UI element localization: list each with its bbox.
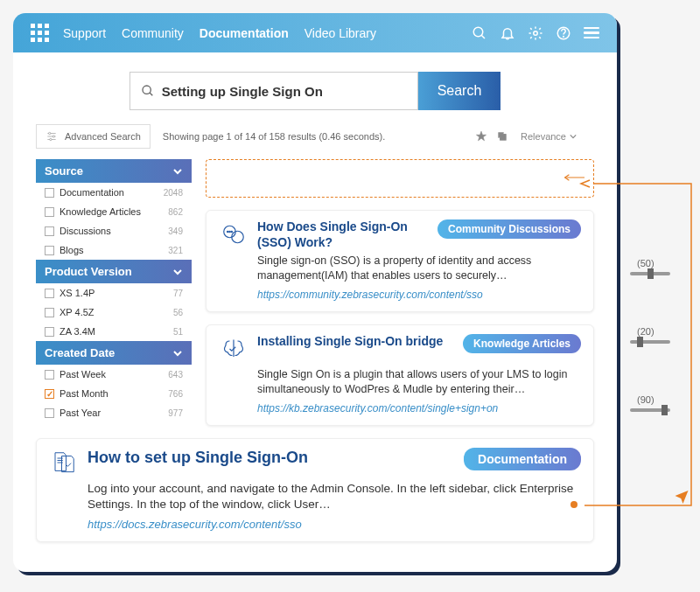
connector-dot [570, 501, 578, 508]
sort-dropdown[interactable]: Relevance [521, 131, 577, 142]
facet-header[interactable]: Created Date [36, 341, 192, 365]
docs-icon [49, 448, 79, 477]
facet-count: 2048 [164, 188, 183, 198]
relevance-slider[interactable]: (90) [630, 394, 670, 412]
source-badge: Documentation [464, 448, 581, 470]
app-window: Support Community Documentation Video Li… [13, 13, 617, 572]
help-icon[interactable] [556, 25, 571, 41]
slider-thumb[interactable] [662, 405, 668, 415]
svg-point-10 [49, 132, 51, 134]
search-button[interactable]: Search [418, 72, 501, 110]
checkbox[interactable] [45, 308, 54, 317]
facet-header[interactable]: Product Version [36, 260, 192, 283]
facet-item[interactable]: ZA 3.4M51 [36, 322, 192, 341]
facet-label: Blogs [60, 245, 84, 255]
chevron-down-icon [172, 267, 183, 277]
facet-label: Documentation [60, 187, 124, 198]
checkbox[interactable] [45, 389, 54, 399]
result-url: https://docs.zebrasecurity.com/content/s… [88, 518, 581, 531]
search-box [130, 72, 418, 110]
slider-thumb[interactable] [637, 337, 643, 347]
search-input[interactable] [162, 84, 407, 99]
facet-item[interactable]: Blogs321 [36, 240, 192, 260]
svg-point-2 [534, 31, 538, 35]
checkbox[interactable] [45, 246, 54, 255]
advanced-search-button[interactable]: Advanced Search [36, 124, 150, 149]
chevron-down-icon [172, 348, 183, 359]
slider-track[interactable] [630, 340, 670, 344]
facet-label: Past Week [60, 369, 106, 380]
menu-icon[interactable] [584, 27, 599, 39]
checkbox[interactable] [45, 226, 54, 236]
checkbox[interactable] [45, 188, 54, 198]
nav-community[interactable]: Community [122, 26, 184, 40]
facet-label: XP 4.5Z [60, 307, 94, 317]
result-card[interactable]: How to set up Single Sign-On Documentati… [36, 438, 594, 542]
svg-point-12 [50, 138, 52, 140]
slider-track[interactable] [630, 272, 670, 275]
facet-item[interactable]: Knowledge Articles862 [36, 202, 192, 221]
search-row: Search [13, 52, 617, 119]
bell-icon[interactable] [500, 25, 515, 41]
checkbox[interactable] [45, 207, 54, 217]
plane-icon [674, 488, 690, 507]
facet-header[interactable]: Source [36, 159, 192, 183]
pinned-drop-zone[interactable] [206, 159, 594, 198]
result-title: How Does Single Sign-On (SSO) Work? [257, 219, 429, 250]
facet-item[interactable]: Past Week643 [36, 365, 192, 384]
svg-point-4 [564, 36, 564, 37]
star-icon[interactable] [475, 130, 487, 143]
slider-value: (20) [630, 326, 670, 337]
facet-item[interactable]: XS 1.4P77 [36, 283, 192, 303]
facet-count: 56 [173, 308, 183, 317]
nav-support[interactable]: Support [63, 26, 106, 40]
facet-item[interactable]: Past Month766 [36, 384, 192, 403]
facet-item[interactable]: Past Year977 [36, 403, 192, 422]
svg-point-28 [229, 231, 231, 233]
search-icon[interactable] [472, 25, 487, 41]
slider-thumb[interactable] [648, 268, 654, 279]
svg-point-26 [232, 231, 244, 243]
nav-documentation[interactable]: Documentation [200, 26, 289, 40]
slider-track[interactable] [630, 408, 670, 412]
copy-icon[interactable] [496, 130, 508, 143]
facet-label: XS 1.4P [60, 288, 94, 298]
checkbox[interactable] [45, 289, 54, 298]
facet-count: 51 [173, 327, 183, 337]
facet-label: Past Year [60, 407, 101, 418]
relevance-slider[interactable]: (50) [630, 258, 670, 275]
facet-item[interactable]: Documentation2048 [36, 183, 192, 202]
facet-count: 321 [168, 246, 183, 255]
facet-item[interactable]: Discussions349 [36, 221, 192, 240]
meta-row: Advanced Search Showing page 1 of 14 of … [13, 119, 617, 159]
facet-label: Discussions [60, 226, 111, 236]
apps-grid-icon[interactable] [31, 24, 49, 42]
facet-label: Past Month [60, 388, 108, 399]
svg-line-1 [481, 35, 485, 38]
facet-count: 77 [173, 289, 183, 298]
content-body: SourceDocumentation2048Knowledge Article… [13, 159, 617, 572]
result-card[interactable]: Installing Single Sign-On bridge Knowled… [206, 324, 594, 426]
relevance-sliders: (50)(20)(90) [630, 258, 670, 463]
nav-video-library[interactable]: Video Library [304, 26, 376, 40]
svg-line-6 [150, 93, 152, 95]
search-input-icon [141, 84, 155, 98]
result-card[interactable]: How Does Single Sign-On (SSO) Work? Comm… [206, 210, 594, 312]
facet-group: Product VersionXS 1.4P77XP 4.5Z56ZA 3.4M… [36, 260, 192, 341]
gear-icon[interactable] [528, 25, 543, 41]
facet-count: 862 [168, 207, 183, 217]
source-badge: Knowledge Articles [463, 334, 581, 353]
relevance-slider[interactable]: (20) [630, 326, 670, 344]
checkbox[interactable] [45, 327, 54, 337]
result-snippet: Log into your account, and navigate to t… [88, 481, 581, 512]
results-panel: How Does Single Sign-On (SSO) Work? Comm… [206, 159, 594, 554]
result-title: How to set up Single Sign-On [88, 448, 455, 468]
topbar-actions [472, 25, 599, 41]
checkbox[interactable] [45, 408, 54, 418]
checkbox[interactable] [45, 370, 54, 380]
facet-group: Created DatePast Week643Past Month766Pas… [36, 341, 192, 422]
svg-point-0 [473, 27, 483, 37]
arrow-left-icon [564, 171, 584, 186]
facet-item[interactable]: XP 4.5Z56 [36, 303, 192, 322]
svg-point-29 [231, 231, 233, 233]
